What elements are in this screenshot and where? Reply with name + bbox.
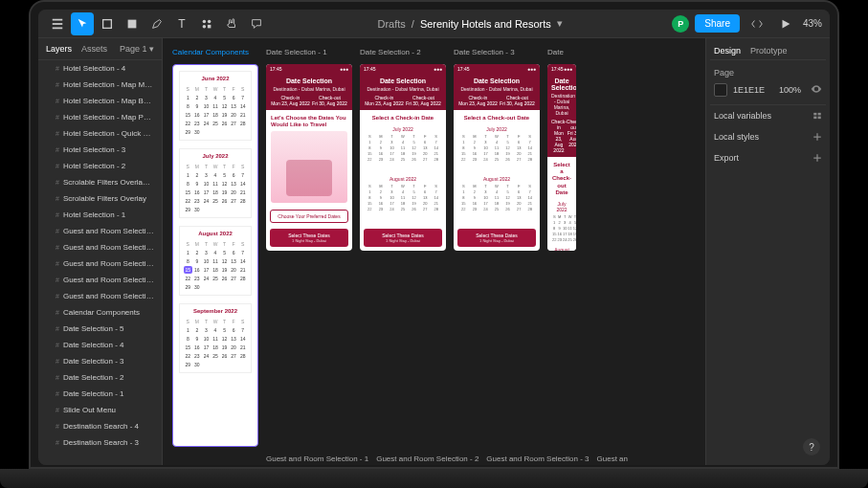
svg-point-6: [208, 19, 211, 23]
frame-label[interactable]: Date: [547, 48, 576, 58]
svg-rect-2: [53, 27, 63, 29]
layer-item[interactable]: Hotel Selection - Map Marina: [38, 77, 162, 93]
shape-tool[interactable]: [121, 12, 144, 35]
top-toolbar: T Drafts / Serenity Hotels and Resorts ▾…: [38, 10, 830, 38]
canvas[interactable]: Calendar Components June 2022SMTWTFS1234…: [163, 38, 705, 465]
export-button[interactable]: Export: [710, 147, 826, 168]
layer-item[interactable]: Guest and Room Selection - 4: [38, 239, 162, 255]
layer-item[interactable]: Guest and Room Selection - 5: [38, 223, 162, 239]
local-variables-button[interactable]: Local variables: [710, 105, 826, 126]
eye-icon[interactable]: [811, 83, 822, 97]
svg-point-5: [203, 19, 207, 23]
frame-label[interactable]: Date Selection - 2: [360, 48, 446, 58]
layer-item[interactable]: Guest and Room Selection - 1: [38, 288, 162, 304]
layer-item[interactable]: Hotel Selection - Map Beach: [38, 93, 162, 109]
layers-list: Hotel Selection - 4Hotel Selection - Map…: [38, 60, 162, 465]
share-button[interactable]: Share: [695, 14, 740, 33]
svg-rect-11: [813, 117, 816, 120]
calendar-components-frame[interactable]: June 2022SMTWTFS123456789101112131415161…: [172, 64, 258, 447]
main-menu-button[interactable]: [46, 12, 69, 35]
layers-tab[interactable]: Layers: [46, 44, 72, 54]
date-selection-frame[interactable]: 17:45●●● Date SelectionDestination - Dub…: [266, 64, 352, 251]
layer-item[interactable]: Hotel Selection - 1: [38, 207, 162, 223]
breadcrumb-project: Serenity Hotels and Resorts: [420, 18, 551, 30]
svg-rect-10: [818, 113, 821, 116]
local-styles-button[interactable]: Local styles: [710, 126, 826, 147]
page-selector[interactable]: Page 1 ▾: [120, 44, 154, 54]
zoom-level[interactable]: 43%: [803, 18, 822, 29]
svg-rect-9: [813, 113, 816, 116]
svg-point-7: [203, 24, 207, 28]
assets-tab[interactable]: Assets: [81, 44, 107, 54]
pen-tool[interactable]: [145, 12, 168, 35]
svg-rect-12: [818, 117, 821, 120]
hand-tool[interactable]: [220, 12, 243, 35]
page-section-label: Page: [714, 68, 822, 78]
layer-item[interactable]: Slide Out Menu: [38, 402, 162, 418]
help-button[interactable]: ?: [803, 438, 820, 455]
laptop-base: [0, 469, 868, 488]
left-panel: Layers Assets Page 1 ▾ Hotel Selection -…: [38, 38, 163, 465]
dev-mode-toggle[interactable]: [746, 12, 768, 35]
layer-item[interactable]: Date Selection - 5: [38, 321, 162, 337]
svg-rect-1: [53, 23, 63, 25]
layer-item[interactable]: Hotel Selection - Quick Route: [38, 125, 162, 142]
layer-item[interactable]: Hotel Selection - Map Palm: [38, 109, 162, 125]
frame-label[interactable]: Guest and Room Selection - 3: [486, 455, 589, 465]
frame-label[interactable]: Guest and Room Selection - 1: [266, 455, 368, 465]
layer-item[interactable]: Scrolable Filters Overlay - Checked: [38, 174, 162, 190]
layer-item[interactable]: Date Selection - 1: [38, 386, 162, 402]
layer-item[interactable]: Date Selection - 3: [38, 353, 162, 369]
layer-item[interactable]: Destination Search - 3: [38, 434, 162, 451]
svg-rect-4: [128, 19, 137, 28]
page-color-swatch[interactable]: [714, 83, 727, 97]
layer-item[interactable]: Scrolable Filters Overlay: [38, 190, 162, 207]
move-tool[interactable]: [71, 12, 94, 35]
layer-item[interactable]: Guest and Room Selection - 3: [38, 255, 162, 272]
text-tool[interactable]: T: [170, 12, 193, 35]
prototype-tab[interactable]: Prototype: [750, 46, 788, 55]
layer-item[interactable]: Calendar Components: [38, 304, 162, 321]
design-tab[interactable]: Design: [714, 46, 741, 55]
right-panel: Design Prototype Page 1E1E1E 100% Local …: [705, 38, 830, 465]
comment-tool[interactable]: [245, 12, 268, 35]
date-selection-frame[interactable]: 17:45●●● Date SelectionDestination - Dub…: [360, 64, 446, 251]
frame-tool[interactable]: [96, 12, 119, 35]
user-avatar[interactable]: P: [672, 15, 689, 33]
frame-label[interactable]: Date Selection - 3: [454, 48, 540, 58]
chevron-down-icon: ▾: [557, 17, 563, 30]
layer-item[interactable]: Hotel Selection - 4: [38, 60, 162, 77]
page-color-hex[interactable]: 1E1E1E: [733, 85, 765, 95]
svg-rect-8: [208, 24, 211, 28]
layer-item[interactable]: Date Selection - 4: [38, 337, 162, 353]
resources-tool[interactable]: [195, 12, 218, 35]
svg-rect-3: [103, 19, 112, 28]
breadcrumb-folder: Drafts: [377, 18, 405, 30]
frame-label[interactable]: Calendar Components: [172, 48, 258, 58]
layer-item[interactable]: Destination Search - 4: [38, 418, 162, 434]
present-button[interactable]: [774, 12, 797, 35]
svg-rect-0: [53, 18, 63, 20]
layer-item[interactable]: Hotel Selection - 2: [38, 158, 162, 174]
layer-item[interactable]: Guest and Room Selection - 2: [38, 272, 162, 288]
page-color-opacity[interactable]: 100%: [779, 85, 801, 95]
frame-label[interactable]: Date Selection - 1: [266, 48, 352, 58]
date-selection-frame[interactable]: 17:45●●● Date SelectionDestination - Dub…: [454, 64, 540, 251]
layer-item[interactable]: Hotel Selection - 3: [38, 142, 162, 158]
frame-label[interactable]: Guest and Room Selection - 2: [376, 455, 479, 465]
layer-item[interactable]: Date Selection - 2: [38, 369, 162, 386]
frame-label[interactable]: Guest an: [597, 455, 628, 465]
breadcrumb[interactable]: Drafts / Serenity Hotels and Resorts ▾: [268, 17, 672, 30]
date-selection-frame[interactable]: 17:45●●● Date SelectionDestination - Dub…: [547, 64, 576, 251]
